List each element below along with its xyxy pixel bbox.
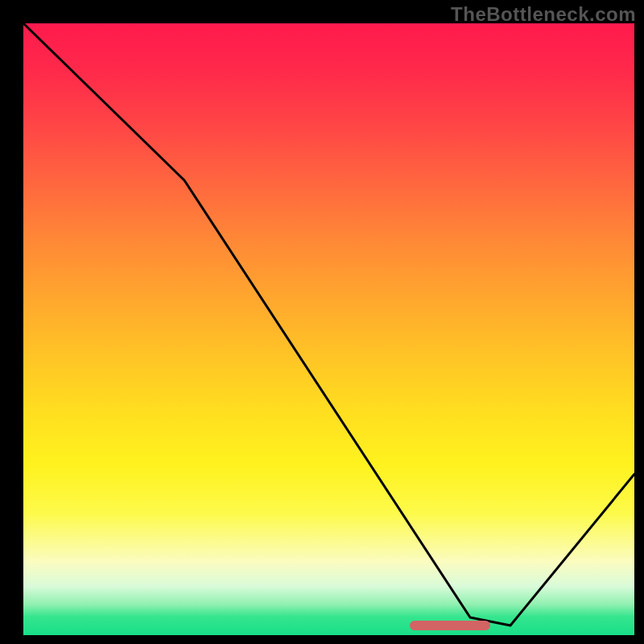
curve-path: [23, 23, 634, 625]
optimal-range-marker: [410, 621, 490, 630]
chart-frame: TheBottleneck.com: [0, 0, 644, 644]
watermark-text: TheBottleneck.com: [451, 3, 636, 26]
bottleneck-curve: [23, 23, 634, 635]
plot-area: [23, 23, 634, 635]
